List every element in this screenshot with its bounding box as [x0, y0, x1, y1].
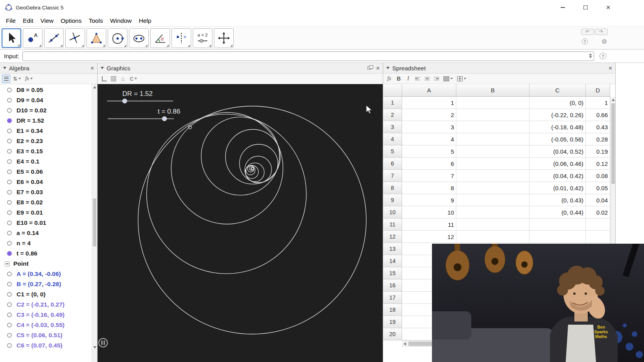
object-visibility-toggle[interactable]	[7, 159, 12, 164]
row-header[interactable]: 17	[383, 292, 402, 304]
graphics-background[interactable]	[98, 84, 383, 362]
row-header[interactable]: 5	[383, 145, 402, 158]
cell-column-B[interactable]	[456, 219, 530, 231]
algebra-item[interactable]: E9 = 0.01	[0, 208, 97, 218]
object-visibility-toggle[interactable]	[5, 261, 10, 266]
object-visibility-toggle[interactable]	[7, 312, 12, 317]
object-visibility-toggle[interactable]	[7, 221, 12, 225]
align-left-button[interactable]	[413, 75, 422, 83]
minimize-button[interactable]	[551, 0, 574, 15]
object-visibility-toggle[interactable]	[7, 231, 12, 235]
cell-column-C[interactable]: (-0.05, 0.56)	[530, 133, 586, 145]
cell-column-A[interactable]: 9	[402, 194, 456, 206]
input-field[interactable]	[22, 51, 594, 61]
input-help-button[interactable]: ?	[600, 53, 606, 59]
algebra-close-button[interactable]	[90, 65, 94, 72]
bold-button[interactable]: B	[395, 75, 403, 83]
collapse-triangle-icon[interactable]	[386, 67, 389, 69]
italic-button[interactable]: I	[404, 75, 412, 83]
cell-column-C[interactable]: (0.04, 0.52)	[530, 145, 586, 158]
algebra-sort-button[interactable]	[11, 75, 22, 83]
tool-ellipse-button[interactable]	[129, 28, 149, 48]
scroll-left-icon[interactable]	[404, 342, 406, 345]
cell-column-D[interactable]: 0.19	[586, 145, 610, 158]
object-visibility-toggle[interactable]	[7, 302, 12, 307]
cell-column-B[interactable]	[456, 231, 530, 243]
tool-perpendicular-line-button[interactable]	[65, 28, 85, 48]
default-view-button[interactable]	[119, 75, 127, 83]
row-header[interactable]: 7	[383, 170, 402, 182]
object-visibility-toggle[interactable]	[7, 282, 12, 287]
cell-column-D[interactable]: 0.28	[586, 133, 610, 145]
row-header[interactable]: 14	[383, 255, 402, 267]
toggle-grid-button[interactable]	[109, 75, 118, 83]
row-header[interactable]: 4	[383, 133, 402, 145]
cell-column-A[interactable]: 6	[402, 158, 456, 170]
maximize-button[interactable]	[574, 0, 597, 15]
tool-angle-button[interactable]: α	[150, 28, 170, 48]
algebra-item[interactable]: E3 = 0.15	[0, 146, 97, 156]
scrollbar-thumb[interactable]	[93, 198, 96, 246]
algebra-item[interactable]: A = (0.34, -0.06)	[0, 269, 97, 279]
spreadsheet-corner-cell[interactable]	[383, 84, 402, 97]
tool-slider-button[interactable]: a = 2	[193, 28, 212, 48]
algebra-item[interactable]: C3 = (-0.16, 0.49)	[0, 310, 97, 320]
cell-column-B[interactable]	[456, 158, 530, 170]
cell-column-C[interactable]	[530, 231, 586, 243]
cell-column-B[interactable]	[456, 194, 530, 206]
cell-column-A[interactable]: 7	[402, 170, 456, 182]
cell-column-D[interactable]: 0.08	[586, 170, 610, 182]
cell-column-C[interactable]	[530, 219, 586, 231]
tool-polygon-button[interactable]	[87, 28, 106, 48]
object-visibility-toggle[interactable]	[7, 210, 12, 215]
tool-move-button[interactable]	[2, 28, 21, 48]
column-header[interactable]: B	[456, 84, 530, 97]
row-header[interactable]: 13	[383, 243, 402, 255]
menu-item[interactable]: Tools	[85, 17, 106, 25]
scrollbar-thumb[interactable]	[611, 103, 615, 184]
slider-t-handle[interactable]	[162, 117, 167, 121]
cell-column-D[interactable]: 0.02	[586, 206, 610, 219]
cell-column-A[interactable]: 12	[402, 231, 456, 243]
column-header[interactable]: C	[530, 84, 586, 97]
algebra-item[interactable]: E6 = 0.04	[0, 177, 97, 187]
algebra-item[interactable]: t = 0.86	[0, 248, 97, 259]
algebra-item[interactable]: D9 = 0.04	[0, 95, 97, 105]
scroll-down-icon[interactable]	[93, 346, 96, 349]
row-header[interactable]: 10	[383, 206, 402, 219]
algebra-fx-button[interactable]: fx	[24, 75, 34, 83]
row-header[interactable]: 20	[383, 328, 402, 340]
algebra-item[interactable]: E5 = 0.06	[0, 167, 97, 177]
cell-column-D[interactable]	[586, 219, 610, 231]
cell-column-B[interactable]	[456, 97, 530, 109]
algebra-item[interactable]: C4 = (-0.03, 0.55)	[0, 320, 97, 330]
cell-column-C[interactable]: (0.04, 0.42)	[530, 170, 586, 182]
scroll-up-icon[interactable]	[93, 86, 96, 88]
tool-reflect-button[interactable]	[172, 28, 191, 48]
collapse-triangle-icon[interactable]	[101, 67, 104, 69]
object-visibility-toggle[interactable]	[7, 251, 12, 256]
object-visibility-toggle[interactable]	[7, 149, 12, 154]
column-header[interactable]: A	[402, 84, 456, 97]
algebra-item[interactable]: Point	[0, 259, 97, 269]
object-visibility-toggle[interactable]	[7, 180, 12, 184]
row-header[interactable]: 6	[383, 158, 402, 170]
cell-column-B[interactable]	[456, 133, 530, 145]
row-header[interactable]: 15	[383, 267, 402, 279]
input-history-spinner-icon[interactable]	[589, 53, 592, 58]
algebra-item[interactable]: D8 = 0.05	[0, 85, 97, 95]
point-capturing-button[interactable]: C	[128, 75, 138, 83]
algebra-scrollbar[interactable]	[92, 84, 97, 362]
row-header[interactable]: 9	[383, 194, 402, 206]
cell-column-D[interactable]: 0.05	[586, 182, 610, 194]
tool-point-button[interactable]: A	[23, 28, 42, 48]
menu-item[interactable]: Options	[57, 17, 85, 25]
object-visibility-toggle[interactable]	[7, 333, 12, 338]
object-visibility-toggle[interactable]	[7, 241, 12, 246]
algebra-item[interactable]: E8 = 0.02	[0, 197, 97, 208]
object-visibility-toggle[interactable]	[7, 200, 12, 205]
cell-column-A[interactable]: 5	[402, 145, 456, 158]
object-visibility-toggle[interactable]	[7, 169, 12, 174]
algebra-item[interactable]: E7 = 0.03	[0, 187, 97, 197]
graphics-popout-button[interactable]	[367, 66, 371, 70]
